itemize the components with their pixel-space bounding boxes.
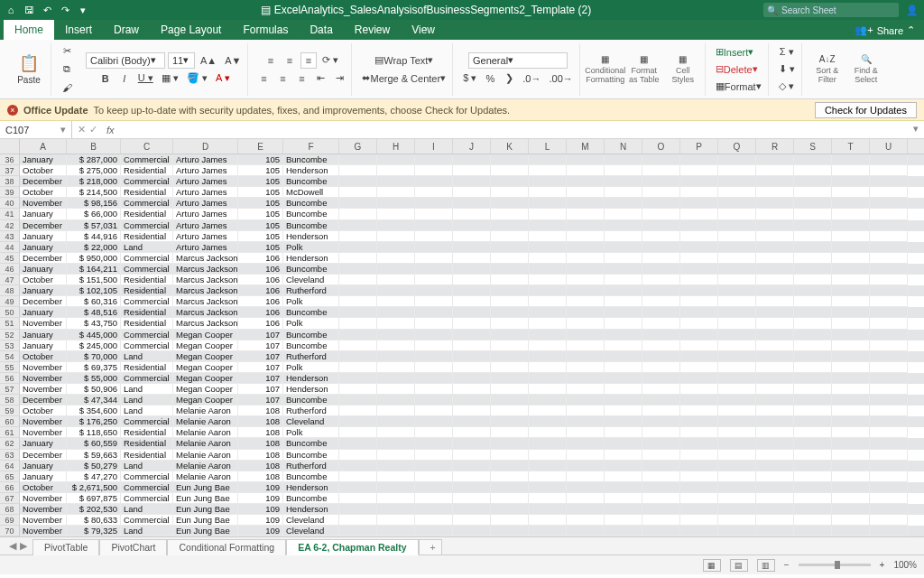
cell[interactable] <box>415 220 453 231</box>
cell[interactable] <box>415 526 453 536</box>
row-header[interactable]: 53 <box>0 340 20 351</box>
cell[interactable]: Buncombe <box>283 340 339 351</box>
cell[interactable]: $ 60,316 <box>67 296 121 307</box>
cell[interactable]: Commercial <box>121 340 173 351</box>
cell[interactable] <box>453 406 491 416</box>
cell[interactable] <box>794 187 832 198</box>
cell[interactable] <box>377 438 415 449</box>
cell[interactable] <box>529 275 567 285</box>
cell[interactable]: $ 55,000 <box>67 373 121 384</box>
cell[interactable] <box>680 362 718 373</box>
chevron-down-icon[interactable]: ▾ <box>60 124 66 135</box>
cell[interactable] <box>529 198 567 209</box>
cell[interactable] <box>491 504 529 515</box>
cell[interactable]: 107 <box>238 330 283 340</box>
cell[interactable]: Marcus Jackson <box>173 275 238 285</box>
cell[interactable] <box>567 416 605 427</box>
row-header[interactable]: 57 <box>0 384 20 395</box>
cell[interactable] <box>605 242 642 253</box>
cell[interactable] <box>377 526 415 536</box>
cell[interactable] <box>870 231 908 242</box>
cell[interactable]: Cleveland <box>283 275 339 285</box>
cell[interactable] <box>870 461 908 471</box>
cell[interactable] <box>680 154 718 165</box>
cell[interactable]: Residential <box>121 318 173 329</box>
sheet-tab[interactable]: PivotChart <box>99 539 167 555</box>
zoom-level[interactable]: 100% <box>893 560 917 570</box>
tab-view[interactable]: View <box>401 20 446 40</box>
cell[interactable]: $ 43,750 <box>67 318 121 329</box>
cell[interactable] <box>453 526 491 536</box>
cell[interactable] <box>794 427 832 438</box>
cell[interactable]: $ 950,000 <box>67 253 121 264</box>
cell[interactable] <box>453 285 491 296</box>
table-row[interactable]: 51November$ 43,750ResidentialMarcus Jack… <box>0 318 924 329</box>
cell[interactable]: 106 <box>238 275 283 285</box>
cell[interactable]: Eun Jung Bae <box>173 504 238 515</box>
cell[interactable] <box>567 264 605 275</box>
cell[interactable] <box>605 450 642 461</box>
cell[interactable] <box>567 450 605 461</box>
cell[interactable]: Arturo James <box>173 165 238 176</box>
cell[interactable] <box>718 362 756 373</box>
cell[interactable] <box>870 307 908 318</box>
cell[interactable] <box>605 461 642 471</box>
cell[interactable]: Eun Jung Bae <box>173 526 238 536</box>
cell[interactable] <box>491 406 529 416</box>
cell[interactable] <box>377 242 415 253</box>
cell[interactable] <box>339 253 377 264</box>
cell[interactable] <box>339 330 377 340</box>
row-header[interactable]: 45 <box>0 253 20 264</box>
cell[interactable] <box>529 242 567 253</box>
cell[interactable] <box>718 482 756 493</box>
cell[interactable]: Megan Cooper <box>173 330 238 340</box>
decrease-font-icon[interactable]: A▼ <box>222 52 244 69</box>
cell[interactable] <box>529 318 567 329</box>
cell[interactable] <box>794 253 832 264</box>
cell[interactable]: October <box>20 482 67 493</box>
cell[interactable]: $ 70,000 <box>67 351 121 362</box>
cell[interactable] <box>453 242 491 253</box>
cell[interactable] <box>605 406 642 416</box>
table-row[interactable]: 67November$ 697,875CommercialEun Jung Ba… <box>0 493 924 504</box>
cell[interactable] <box>832 384 870 395</box>
cell[interactable] <box>642 253 680 264</box>
cell-styles-button[interactable]: ▦Cell Styles <box>665 49 701 90</box>
cell[interactable]: Rutherford <box>283 406 339 416</box>
cell[interactable] <box>680 406 718 416</box>
row-header[interactable]: 61 <box>0 427 20 438</box>
cell[interactable]: 109 <box>238 482 283 493</box>
cell[interactable] <box>794 340 832 351</box>
cell[interactable] <box>756 351 794 362</box>
cell[interactable] <box>756 220 794 231</box>
cell[interactable] <box>529 176 567 187</box>
cell[interactable]: Melanie Aaron <box>173 461 238 471</box>
cell[interactable] <box>642 296 680 307</box>
cell[interactable] <box>718 504 756 515</box>
cell[interactable] <box>453 515 491 526</box>
cell[interactable] <box>529 373 567 384</box>
cell[interactable] <box>642 285 680 296</box>
cell[interactable] <box>794 242 832 253</box>
cell[interactable] <box>377 340 415 351</box>
cell[interactable] <box>642 340 680 351</box>
cell[interactable] <box>491 351 529 362</box>
table-row[interactable]: 63December$ 59,663ResidentialMelanie Aar… <box>0 450 924 461</box>
cell[interactable] <box>339 285 377 296</box>
cell[interactable] <box>605 318 642 329</box>
sheet-tab[interactable]: Conditional Formatting <box>167 539 286 555</box>
cell[interactable]: Commercial <box>121 264 173 275</box>
cell[interactable]: Henderson <box>283 482 339 493</box>
cell[interactable]: $ 47,270 <box>67 471 121 482</box>
cell[interactable] <box>794 384 832 395</box>
cell[interactable] <box>415 340 453 351</box>
cell[interactable] <box>718 406 756 416</box>
cell[interactable]: 106 <box>238 318 283 329</box>
cell[interactable] <box>832 482 870 493</box>
cell[interactable] <box>529 416 567 427</box>
cell[interactable]: Residential <box>121 362 173 373</box>
cell[interactable] <box>415 362 453 373</box>
cell[interactable]: 105 <box>238 220 283 231</box>
cell[interactable] <box>415 165 453 176</box>
column-header[interactable]: G <box>339 139 377 154</box>
